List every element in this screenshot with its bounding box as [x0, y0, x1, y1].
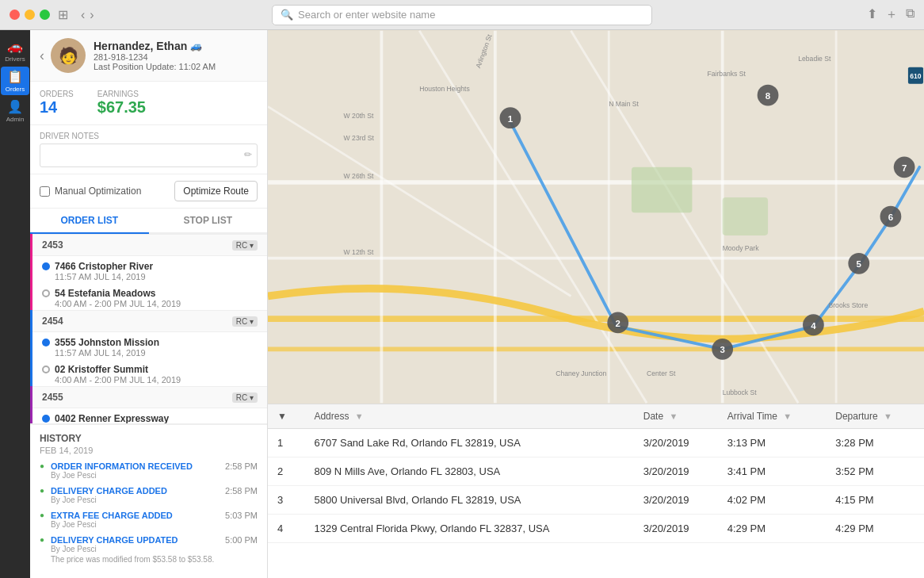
data-table: ▼ Address ▼ Date ▼ Arrival Time ▼ [268, 404, 924, 543]
history-by: By Joe Pesci [51, 545, 258, 553]
filter-icon[interactable]: ▼ [669, 411, 678, 421]
table-row[interactable]: 2 809 N Mills Ave, Orlando FL 32803, USA… [268, 457, 924, 486]
svg-text:4: 4 [811, 321, 816, 331]
driver-notes-box[interactable]: ✏ [40, 144, 258, 167]
status-dot [42, 339, 50, 346]
history-title: HISTORY [40, 433, 258, 444]
col-address[interactable]: Address ▼ [304, 404, 633, 429]
svg-text:610: 610 [910, 72, 922, 80]
driver-avatar: 🧑 [51, 38, 86, 73]
cell-arrival: 4:29 PM [718, 515, 827, 543]
status-dot [42, 415, 50, 423]
driver-details: Hernandez, Ethan 🚙 281-918-1234 Last Pos… [94, 40, 216, 71]
order-group-header-2454[interactable]: 2454 RC ▾ [32, 310, 267, 332]
history-date: FEB 14, 2019 [40, 446, 258, 455]
history-item: ORDER INFORMATION RECEIVED 2:58 PM By Jo… [40, 461, 258, 480]
col-date-label: Date [643, 411, 663, 422]
history-time: 2:58 PM [225, 486, 258, 496]
cell-arrival: 3:41 PM [718, 457, 827, 486]
status-dot [42, 262, 50, 270]
traffic-lights [10, 10, 50, 20]
svg-text:2: 2 [616, 319, 620, 328]
svg-text:W 12th St: W 12th St [344, 248, 374, 256]
forward-button[interactable]: › [90, 8, 94, 22]
order-name: 0402 Renner Expressway [55, 413, 169, 423]
share-icon[interactable]: ⬆ [867, 6, 877, 23]
sidebar-toggle[interactable]: ⊞ [58, 7, 68, 22]
left-panel: ‹ 🧑 Hernandez, Ethan 🚙 281-918-1234 Last… [30, 30, 268, 578]
order-group-header-2455[interactable]: 2455 RC ▾ [32, 386, 267, 408]
table-row[interactable]: 1 6707 Sand Lake Rd, Orlando FL 32819, U… [268, 429, 924, 457]
address-bar[interactable]: 🔍 Search or enter website name [272, 5, 652, 25]
close-button[interactable] [10, 10, 20, 20]
cell-date: 3/20/2019 [634, 515, 718, 543]
filter-icon[interactable]: ▼ [884, 411, 892, 421]
orders-stat: ORDERS 14 [40, 90, 74, 117]
table-row[interactable]: 4 1329 Central Florida Pkwy, Orlando FL … [268, 515, 924, 543]
sidebar-item-admin[interactable]: 👤 Admin [1, 97, 29, 125]
list-item[interactable]: 7466 Cristopher River 11:57 AM JUL 14, 2… [32, 256, 267, 283]
edit-icon[interactable]: ✏ [244, 149, 252, 160]
tab-stop-list[interactable]: STOP LIST [149, 209, 268, 234]
col-filter-num[interactable]: ▼ [268, 404, 304, 429]
filter-icon[interactable]: ▼ [783, 411, 792, 421]
optimize-route-button[interactable]: Optimize Route [174, 181, 258, 201]
list-item[interactable]: 3555 Johnston Mission 11:57 AM JUL 14, 2… [32, 332, 267, 359]
table-area: ▼ Address ▼ Date ▼ Arrival Time ▼ [268, 404, 924, 578]
order-group-2453: 2453 RC ▾ 7466 Cristopher River 11:57 AM… [30, 234, 267, 310]
order-group-2455: 2455 RC ▾ 0402 Renner Expressway 11:57 A… [30, 386, 267, 423]
filter-icon[interactable]: ▼ [355, 411, 364, 421]
stats-row: ORDERS 14 EARNINGS $67.35 [30, 82, 267, 125]
sidebar-item-orders[interactable]: 📋 Orders [1, 67, 29, 95]
rc-badge[interactable]: RC ▾ [232, 392, 258, 403]
manual-optimization-checkbox[interactable]: Manual Optimization [40, 186, 168, 197]
manual-optimization-row: Manual Optimization Optimize Route [30, 174, 267, 209]
order-tabs: ORDER LIST STOP LIST [30, 209, 267, 234]
tab-order-list[interactable]: ORDER LIST [30, 209, 149, 234]
map-svg: 1 2 3 4 5 6 7 8 [268, 30, 924, 404]
list-item[interactable]: 02 Kristoffer Summit 4:00 AM - 2:00 PM J… [32, 359, 267, 386]
sidebar-item-drivers[interactable]: 🚗 Drivers [1, 36, 29, 65]
cell-num: 3 [268, 486, 304, 515]
history-time: 5:00 PM [225, 535, 258, 545]
earnings-stat-value: $67.35 [97, 98, 146, 117]
col-arrival-label: Arrival Time [727, 411, 777, 422]
collapse-button[interactable]: ‹ [40, 48, 44, 64]
col-date[interactable]: Date ▼ [634, 404, 718, 429]
cell-departure: 3:28 PM [826, 429, 924, 457]
drivers-label: Drivers [5, 56, 25, 63]
col-departure[interactable]: Departure ▼ [826, 404, 924, 429]
search-icon: 🔍 [281, 9, 293, 21]
rc-badge[interactable]: RC ▾ [232, 316, 258, 327]
map-area[interactable]: 1 2 3 4 5 6 7 8 [268, 30, 924, 404]
svg-text:N Main St: N Main St [609, 100, 639, 108]
col-arrival[interactable]: Arrival Time ▼ [718, 404, 827, 429]
cell-num: 2 [268, 457, 304, 486]
back-button[interactable]: ‹ [81, 8, 85, 22]
tabs-icon[interactable]: ⧉ [906, 6, 914, 23]
status-dot-empty [42, 366, 50, 373]
svg-text:W 23rd St: W 23rd St [344, 134, 375, 142]
order-group-header-2453[interactable]: 2453 RC ▾ [32, 234, 267, 256]
table-body: 1 6707 Sand Lake Rd, Orlando FL 32819, U… [268, 429, 924, 543]
list-item[interactable]: 54 Estefania Meadows 4:00 AM - 2:00 PM J… [32, 283, 267, 310]
minimize-button[interactable] [25, 10, 35, 20]
cell-departure: 3:52 PM [826, 457, 924, 486]
new-tab-icon[interactable]: ＋ [885, 6, 898, 23]
address-bar-text: Search or enter website name [298, 9, 435, 21]
svg-text:Moody Park: Moody Park [723, 244, 760, 252]
cell-address: 5800 Universal Blvd, Orlando FL 32819, U… [304, 486, 633, 515]
manual-optimization-input[interactable] [40, 186, 50, 197]
svg-text:6: 6 [888, 212, 893, 222]
table-row[interactable]: 3 5800 Universal Blvd, Orlando FL 32819,… [268, 486, 924, 515]
history-item: EXTRA FEE CHARGE ADDED 5:03 PM By Joe Pe… [40, 511, 258, 529]
order-time: 11:57 AM JUL 14, 2019 [42, 348, 258, 358]
rc-badge[interactable]: RC ▾ [232, 240, 258, 251]
svg-text:1: 1 [508, 114, 514, 124]
driver-phone: 281-918-1234 [94, 52, 216, 62]
order-name: 7466 Cristopher River [55, 261, 153, 272]
order-group-id: 2453 [42, 239, 232, 251]
driver-notes-label: DRIVER NOTES [40, 132, 258, 140]
list-item[interactable]: 0402 Renner Expressway 11:57 AM JUL 14, … [32, 408, 267, 423]
maximize-button[interactable] [40, 10, 50, 20]
